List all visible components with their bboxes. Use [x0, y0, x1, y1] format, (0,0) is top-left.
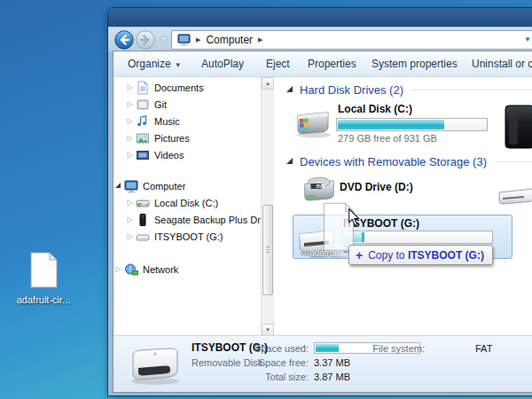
git-library-icon — [136, 98, 150, 112]
collapse-arrow-icon[interactable] — [115, 183, 121, 188]
music-icon — [136, 114, 150, 129]
scroll-down-button[interactable]: ▼ — [262, 324, 274, 336]
sidebar-label: Git — [154, 99, 167, 110]
sidebar-label: ITSYBOOT (G:) — [154, 231, 223, 242]
expand-arrow-icon[interactable]: ▷ — [125, 134, 135, 142]
tile-local-disk-c[interactable]: Local Disk (C:) 279 GB free of 931 GB — [286, 100, 508, 146]
space-used-label: Space used: — [246, 343, 309, 354]
tile-dvd-drive[interactable]: DVD DVD Drive (D:) — [286, 171, 508, 210]
recent-pages-dropdown[interactable] — [160, 37, 168, 42]
sidebar-item-network[interactable]: ▷ Network — [113, 261, 261, 278]
navigation-bar: ▶ Computer ▶ ▼ — [108, 27, 532, 51]
expand-arrow-icon[interactable]: ▷ — [125, 151, 135, 159]
group-title: Hard Disk Drives (2) — [300, 83, 403, 97]
expand-arrow-icon[interactable]: ▷ — [125, 100, 135, 108]
address-bar[interactable]: ▶ Computer ▶ ▼ — [171, 30, 532, 50]
group-collapse-icon[interactable] — [286, 86, 293, 92]
organize-caret-icon: ▼ — [175, 61, 182, 69]
capacity-bar — [341, 231, 493, 244]
sidebar-gap — [113, 245, 261, 261]
sidebar-label: Videos — [154, 150, 184, 160]
seagate-drive-icon — [136, 213, 150, 227]
seagate-drive-icon-large[interactable] — [500, 104, 532, 152]
navigation-pane: ▷ Documents ▷ Git ▷ Music ▷ Pict — [113, 77, 261, 336]
eject-button[interactable]: Eject — [266, 58, 290, 70]
hard-drive-icon — [293, 104, 332, 139]
pictures-icon — [136, 131, 150, 145]
sidebar-item-git[interactable]: ▷ Git — [125, 96, 261, 113]
sidebar-label: Local Disk (C:) — [154, 198, 218, 208]
sidebar-scrollbar[interactable]: ▲ ▼ — [261, 77, 274, 336]
organize-button[interactable]: Organize▼ — [128, 58, 182, 70]
autoplay-button[interactable]: AutoPlay — [201, 58, 244, 70]
space-used-fill — [316, 344, 339, 352]
file-system-label: File system: — [372, 343, 425, 354]
expand-arrow-icon[interactable]: ▷ — [125, 117, 135, 125]
sidebar-label: Documents — [154, 82, 204, 93]
removable-drive-icon — [136, 230, 150, 244]
command-toolbar: Organize▼ AutoPlay Eject Properties Syst… — [113, 51, 532, 77]
system-properties-button[interactable]: System properties — [372, 58, 458, 70]
group-header-removable[interactable]: Devices with Removable Storage (3) — [286, 155, 532, 168]
svg-text:DVD: DVD — [317, 184, 326, 189]
mouse-cursor-icon — [348, 208, 361, 227]
scrollbar-thumb[interactable] — [262, 205, 273, 295]
scrollbar-grip — [266, 246, 270, 247]
sidebar-item-pictures[interactable]: ▷ Pictures — [125, 129, 261, 146]
sidebar-item-videos[interactable]: ▷ Videos — [125, 146, 261, 163]
copy-tooltip: + Copy to ITSYBOOT (G:) — [348, 245, 493, 265]
expand-arrow-icon[interactable]: ▷ — [125, 232, 135, 240]
network-icon — [124, 262, 138, 277]
sidebar-label: Music — [154, 116, 180, 127]
documents-icon — [136, 81, 150, 95]
expand-arrow-icon[interactable]: ▷ — [125, 215, 135, 223]
breadcrumb-arrow-trailing: ▶ — [258, 36, 262, 43]
desktop-file-adafruit[interactable]: adafruit-cir... — [14, 252, 73, 305]
sidebar-label: Pictures — [154, 133, 190, 144]
group-header-hard-disks[interactable]: Hard Disk Drives (2) — [286, 83, 532, 97]
drive-list: Hard Disk Drives (2) Local Disk (C:) — [274, 77, 532, 336]
back-button[interactable] — [114, 30, 134, 50]
breadcrumb-computer[interactable]: Computer — [206, 34, 253, 46]
videos-icon — [136, 148, 150, 162]
expand-arrow-icon[interactable]: ▷ — [125, 199, 135, 207]
dvd-drive-icon: DVD — [301, 171, 338, 207]
sidebar-label: Seagate Backup Plus Drive — [154, 215, 273, 225]
sidebar-item-local-disk-c[interactable]: ▷ Local Disk (C:) — [125, 194, 261, 211]
file-icon — [29, 252, 59, 288]
sidebar-item-itsyboot[interactable]: ▷ ITSYBOOT (G:) — [125, 228, 261, 245]
sidebar-item-computer[interactable]: Computer — [113, 177, 261, 194]
group-header-rule — [412, 90, 532, 90]
scroll-up-button[interactable]: ▲ — [262, 77, 274, 90]
space-free-label: Space free: — [246, 357, 309, 368]
drive-name: Local Disk (C:) — [338, 103, 412, 115]
expand-arrow-icon[interactable]: ▷ — [113, 265, 123, 273]
group-title: Devices with Removable Storage (3) — [300, 155, 487, 168]
computer-icon — [124, 179, 138, 193]
drive-name: DVD Drive (D:) — [340, 181, 413, 193]
title-bar[interactable] — [108, 8, 532, 27]
capacity-bar — [336, 118, 488, 131]
properties-button[interactable]: Properties — [308, 58, 356, 70]
removable-drive-icon-clipped[interactable] — [496, 182, 532, 208]
group-collapse-icon[interactable] — [286, 158, 293, 164]
file-system-value: FAT — [475, 343, 492, 354]
total-size-value: 3.87 MB — [314, 372, 350, 382]
capacity-fill — [338, 120, 444, 129]
forward-button[interactable] — [136, 30, 155, 50]
expand-arrow-icon[interactable]: ▷ — [125, 83, 135, 91]
explorer-window: ▶ Computer ▶ ▼ Organize▼ AutoPlay Eject … — [108, 8, 532, 395]
scroll-down-icon: ▼ — [265, 327, 270, 332]
details-pane: ITSYBOOT (G:) Removable Disk Space used:… — [113, 335, 532, 392]
sidebar-item-seagate[interactable]: ▷ Seagate Backup Plus Drive — [125, 211, 261, 228]
sidebar-item-documents[interactable]: ▷ Documents — [125, 79, 261, 96]
computer-icon — [177, 33, 191, 46]
copy-plus-icon: + — [356, 248, 363, 262]
sidebar-label: Network — [143, 264, 178, 275]
selected-drive-icon-large — [126, 343, 184, 386]
breadcrumb-arrow: ▶ — [196, 36, 200, 43]
sidebar-item-music[interactable]: ▷ Music — [125, 113, 261, 129]
address-dropdown-caret[interactable]: ▼ — [524, 35, 531, 43]
uninstall-button[interactable]: Uninstall or ch — [472, 58, 532, 70]
total-size-label: Total size: — [246, 372, 309, 382]
